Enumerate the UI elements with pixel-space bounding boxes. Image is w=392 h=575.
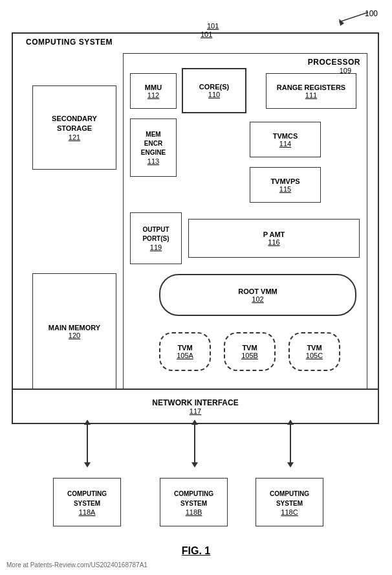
page-container: 100 COMPUTING SYSTEM 101 SECONDARYSTORAG… <box>0 0 392 575</box>
tvm-c-ref: 105C <box>306 352 323 359</box>
tvmcs-box: TVMCS 114 <box>250 122 321 157</box>
main-memory-ref: 120 <box>69 332 80 339</box>
arrow-to-cs-a <box>87 424 88 463</box>
mem-encr-ref: 113 <box>147 157 159 165</box>
processor-box: PROCESSOR 109 MMU 112 CORE(S) 110 RANGE … <box>123 53 367 403</box>
svg-marker-1 <box>339 19 344 26</box>
tvmvps-label: TVMVPS <box>270 177 299 185</box>
cs-a-ref: 118A <box>79 508 96 516</box>
cs-c-ref: 118C <box>281 508 298 516</box>
computing-system-label: COMPUTING SYSTEM <box>26 38 113 47</box>
ref-100-label: 100 <box>365 9 378 18</box>
mmu-ref: 112 <box>147 91 159 99</box>
tvm-b-box: TVM 105B <box>224 332 276 371</box>
arrow-to-cs-c <box>290 424 291 463</box>
main-memory-box: MAIN MEMORY 120 <box>32 273 116 390</box>
computing-system-c-box: COMPUTINGSYSTEM 118C <box>256 478 323 526</box>
tvm-a-box: TVM 105A <box>159 332 211 371</box>
pamt-box: P AMT 116 <box>188 219 360 258</box>
tvmcs-ref: 114 <box>279 140 291 148</box>
mmu-box: MMU 112 <box>130 73 177 109</box>
secondary-storage-box: SECONDARYSTORAGE 121 <box>32 85 116 170</box>
tvm-c-box: TVM 105C <box>289 332 340 371</box>
fig-label: FIG. 1 <box>182 545 210 557</box>
tvmvps-ref: 115 <box>279 185 291 193</box>
cs-b-label: COMPUTINGSYSTEM <box>174 489 213 508</box>
range-registers-label: RANGE REGISTERS <box>277 84 345 91</box>
ref-101-area: 101 <box>207 22 219 30</box>
root-vmm-ref: 102 <box>252 295 263 303</box>
pamt-label: P AMT <box>263 231 285 238</box>
cores-ref: 110 <box>208 91 220 98</box>
ref-101-top: 101 <box>201 30 212 38</box>
tvmvps-box: TVMVPS 115 <box>250 167 321 203</box>
mmu-label: MMU <box>145 84 162 91</box>
processor-label: PROCESSOR <box>308 58 360 67</box>
network-interface-label: NETWORK INTERFACE <box>152 398 238 407</box>
network-interface-ref: 117 <box>190 407 201 415</box>
tvm-b-ref: 105B <box>241 352 258 359</box>
cores-label: CORE(S) <box>199 83 229 91</box>
root-vmm-box: ROOT VMM 102 <box>159 274 356 316</box>
tvm-b-label: TVM <box>242 344 257 352</box>
cs-b-ref: 118B <box>186 508 202 516</box>
tvm-a-ref: 105A <box>177 352 193 359</box>
range-registers-box: RANGE REGISTERS 111 <box>266 73 356 109</box>
secondary-storage-label: SECONDARYSTORAGE <box>52 114 97 134</box>
root-vmm-label: ROOT VMM <box>238 288 278 295</box>
patent-watermark: More at Patents-Review.com/US20240168787… <box>6 561 147 569</box>
tvm-c-label: TVM <box>307 344 321 352</box>
ref-100: 100 <box>339 9 378 28</box>
network-interface-box: NETWORK INTERFACE 117 <box>12 389 379 424</box>
cs-a-label: COMPUTINGSYSTEM <box>67 489 107 508</box>
secondary-storage-ref: 121 <box>69 133 80 141</box>
cs-c-label: COMPUTINGSYSTEM <box>270 489 309 508</box>
computing-system-outer-box: COMPUTING SYSTEM 101 SECONDARYSTORAGE 12… <box>12 32 379 421</box>
arrow-to-cs-b <box>194 424 195 463</box>
mem-encr-label: MEMENCRENGINE <box>141 130 166 157</box>
output-ports-box: OUTPUTPORT(S) 119 <box>130 212 182 264</box>
pamt-ref: 116 <box>268 238 279 246</box>
svg-line-0 <box>339 12 368 22</box>
output-ports-label: OUTPUTPORT(S) <box>142 225 169 243</box>
computing-system-a-box: COMPUTINGSYSTEM 118A <box>53 478 121 526</box>
range-registers-ref: 111 <box>305 91 317 99</box>
main-memory-label: MAIN MEMORY <box>49 324 100 332</box>
ref-101-label: 101 <box>207 22 219 30</box>
mem-encr-box: MEMENCRENGINE 113 <box>130 118 177 177</box>
tvmcs-label: TVMCS <box>273 132 298 140</box>
computing-system-b-box: COMPUTINGSYSTEM 118B <box>160 478 228 526</box>
cores-box: CORE(S) 110 <box>182 68 246 113</box>
tvm-a-label: TVM <box>177 344 192 352</box>
output-ports-ref: 119 <box>150 243 162 251</box>
